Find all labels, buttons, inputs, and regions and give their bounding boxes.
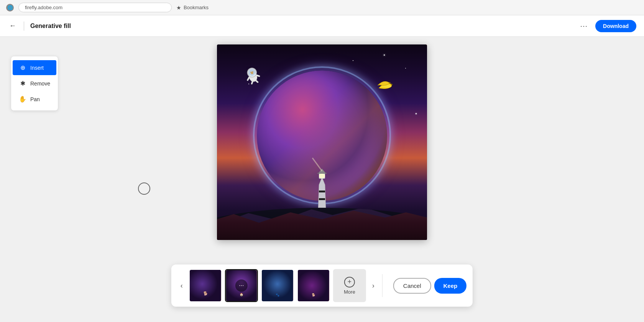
star-detail-5: [416, 113, 417, 114]
tool-insert-label: Insert: [30, 65, 44, 71]
bookmarks-label: Bookmarks: [184, 5, 209, 10]
tool-remove-label: Remove: [30, 80, 50, 87]
svg-point-4: [319, 174, 325, 178]
more-options-button[interactable]: ···: [577, 20, 591, 32]
star-icon: ★: [176, 5, 181, 11]
browser-url-bar[interactable]: firefly.adobe.com: [18, 3, 172, 12]
bottom-strip: ‹ 🐕 🏠 ···: [171, 264, 473, 307]
action-buttons: Cancel Keep: [393, 278, 467, 294]
header-actions: ··· Download: [577, 20, 636, 32]
thumbnail-3[interactable]: 🐾: [261, 269, 294, 302]
more-button[interactable]: + More: [333, 269, 366, 302]
pan-icon: ✋: [19, 95, 26, 103]
thumbnail-3-image: 🐾: [262, 270, 293, 301]
svg-line-16: [251, 81, 253, 84]
tool-insert[interactable]: ⊕ Insert: [13, 60, 56, 75]
keep-button[interactable]: Keep: [434, 278, 467, 294]
svg-marker-1: [319, 198, 325, 200]
browser-globe-icon: 🌐: [6, 4, 14, 12]
thumbnail-4[interactable]: 🐕: [297, 269, 330, 302]
lighthouse-svg: [310, 154, 334, 208]
thumbnail-1-image: 🐕: [190, 270, 221, 301]
more-label: More: [344, 289, 355, 295]
svg-marker-2: [319, 191, 325, 192]
lighthouse: [310, 154, 334, 209]
browser-bookmarks[interactable]: ★ Bookmarks: [176, 5, 209, 11]
tool-pan[interactable]: ✋ Pan: [13, 92, 56, 107]
page-title: Generative fill: [30, 23, 571, 30]
canvas-area: ‹ 🐕 🏠 ···: [0, 37, 644, 322]
next-arrow-button[interactable]: ›: [369, 280, 378, 291]
remove-icon: ✱: [19, 80, 26, 87]
more-plus-icon: +: [344, 277, 355, 288]
main-content: ⊕ Insert ✱ Remove ✋ Pan: [0, 37, 644, 322]
strip-divider: [382, 274, 383, 297]
download-button[interactable]: Download: [595, 20, 636, 32]
thumb-overlay-2: ···: [226, 270, 257, 301]
thumbnail-1[interactable]: 🐕: [189, 269, 222, 302]
insert-icon: ⊕: [19, 64, 26, 71]
left-toolbar: ⊕ Insert ✱ Remove ✋ Pan: [11, 56, 58, 111]
browser-bar: 🌐 firefly.adobe.com ★ Bookmarks: [0, 0, 644, 15]
header-divider: [24, 21, 24, 31]
cancel-button[interactable]: Cancel: [393, 278, 431, 294]
tool-remove[interactable]: ✱ Remove: [13, 76, 56, 91]
tool-pan-label: Pan: [30, 96, 40, 102]
main-image[interactable]: [217, 44, 427, 240]
thumb-dots-icon: ···: [235, 279, 248, 292]
thumbnail-4-image: 🐕: [298, 270, 329, 301]
app-header: ← Generative fill ··· Download: [0, 15, 644, 37]
svg-line-17: [256, 80, 258, 83]
thumbnail-2-image: 🏠 ···: [226, 270, 257, 301]
thumbnail-2[interactable]: 🏠 ···: [225, 269, 258, 302]
prev-arrow-button[interactable]: ‹: [177, 280, 186, 291]
svg-line-7: [312, 158, 322, 171]
svg-line-14: [247, 77, 250, 80]
back-button[interactable]: ←: [8, 20, 18, 31]
